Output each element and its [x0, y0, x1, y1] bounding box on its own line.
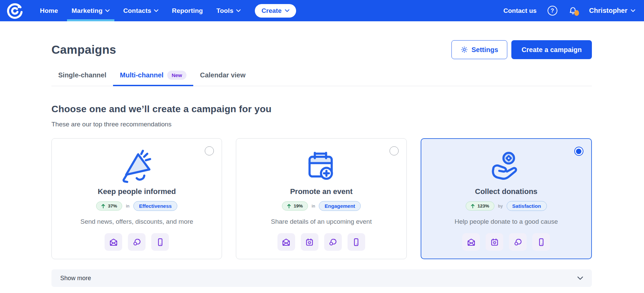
card-description: Share details of an upcoming event [271, 218, 372, 225]
card-title: Keep people informed [98, 187, 176, 196]
nav-item-tools[interactable]: Tools [210, 0, 247, 21]
chat-channel-icon [128, 233, 146, 251]
nav-item-home[interactable]: Home [33, 0, 65, 21]
chevron-down-icon [577, 276, 583, 280]
radio-unselected[interactable] [205, 146, 214, 155]
arrow-up-icon [471, 204, 475, 209]
stat-badge: 123% [466, 201, 494, 211]
settings-button[interactable]: Settings [451, 40, 507, 59]
nav-item-marketing[interactable]: Marketing [65, 0, 117, 21]
main-nav: Home Marketing Contacts Reporting Tools [33, 0, 247, 21]
page-content: Campaigns Settings Create a campaign Sin… [0, 40, 644, 287]
section-subheading: These are our top three recommendations [51, 121, 592, 128]
card-description: Help people donate to a good cause [454, 218, 558, 225]
phone-channel-icon [151, 233, 169, 251]
chevron-down-icon [105, 9, 110, 12]
chevron-down-icon [631, 9, 635, 12]
recommendation-cards: Keep people informed 37% in Effectivenes… [51, 138, 592, 259]
channel-list [105, 233, 169, 251]
calendar-plus-icon [303, 149, 339, 184]
section-heading: Choose one and we’ll create a campaign f… [51, 104, 592, 115]
email-channel-icon [277, 233, 295, 251]
card-description: Send news, offers, discounts, and more [80, 218, 193, 225]
arrow-up-icon [287, 204, 291, 209]
nav-item-contacts[interactable]: Contacts [116, 0, 165, 21]
stat-badge: 37% [96, 201, 122, 211]
card-promote-an-event[interactable]: Promote an event 19% in Engagement Share… [236, 138, 406, 259]
contact-us-link[interactable]: Contact us [503, 7, 536, 15]
chevron-down-icon [285, 9, 289, 12]
chevron-down-icon [236, 9, 241, 12]
stat-connector: in [126, 204, 130, 209]
create-campaign-button[interactable]: Create a campaign [511, 40, 592, 59]
stat-connector: by [498, 204, 503, 209]
radio-unselected[interactable] [390, 146, 399, 155]
new-badge: New [167, 71, 186, 80]
email-channel-icon [105, 233, 122, 251]
card-title: Collect donations [475, 187, 538, 196]
calendar-channel-icon [486, 233, 503, 251]
notification-dot [574, 10, 579, 16]
gear-icon [461, 46, 468, 53]
calendar-channel-icon [301, 233, 318, 251]
show-more-label: Show more [60, 275, 91, 282]
tab-single-channel[interactable]: Single-channel [51, 69, 113, 86]
hand-holding-coin-icon [488, 149, 524, 184]
card-collect-donations[interactable]: Collect donations 123% by Satisfaction H… [421, 138, 592, 259]
card-keep-people-informed[interactable]: Keep people informed 37% in Effectivenes… [51, 138, 222, 259]
tab-calendar-view[interactable]: Calendar view [193, 69, 252, 86]
channel-list [462, 233, 550, 251]
chat-channel-icon [324, 233, 342, 251]
notifications-bell-icon[interactable] [568, 5, 578, 16]
page-title: Campaigns [51, 43, 116, 56]
stat-connector: in [312, 204, 315, 209]
category-badge: Satisfaction [507, 201, 547, 211]
create-button[interactable]: Create [255, 4, 296, 18]
show-more-expander[interactable]: Show more [51, 269, 592, 287]
help-icon[interactable]: ? [548, 6, 557, 16]
top-nav: Home Marketing Contacts Reporting Tools … [0, 0, 644, 21]
tab-multi-channel[interactable]: Multi-channel New [113, 69, 193, 86]
chevron-down-icon [154, 9, 158, 12]
radio-selected[interactable] [574, 147, 583, 156]
category-badge: Effectiveness [133, 201, 178, 211]
email-channel-icon [462, 233, 480, 251]
arrow-up-icon [101, 204, 105, 209]
nav-right: Contact us ? Christopher [503, 5, 635, 16]
phone-channel-icon [348, 233, 365, 251]
nav-item-reporting[interactable]: Reporting [165, 0, 210, 21]
megaphone-icon [119, 149, 155, 184]
channel-list [277, 233, 365, 251]
stat-badge: 19% [282, 201, 308, 211]
phone-channel-icon [532, 233, 550, 251]
user-menu[interactable]: Christopher [589, 7, 635, 15]
campaign-tabs: Single-channel Multi-channel New Calenda… [51, 69, 592, 86]
category-badge: Engagement [319, 201, 361, 211]
card-title: Promote an event [290, 187, 353, 196]
brand-logo-icon[interactable] [7, 3, 23, 19]
chat-channel-icon [509, 233, 527, 251]
